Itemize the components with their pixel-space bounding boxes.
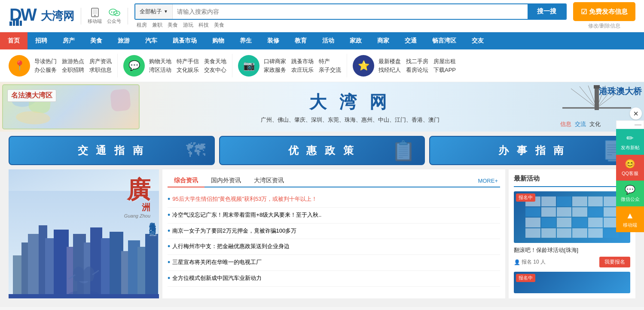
nav-item-friends[interactable]: 交友 [464,32,491,49]
quick-btn-guide[interactable]: 办 事 指 南 📑 [429,136,635,165]
banner-subtitle: 广州、佛山、肇庆、深圳、东莞、珠海、惠州、中山、江门、香港、澳门 [150,116,549,124]
cat-link-special-product[interactable]: 特产 [319,58,341,65]
banner-tag-info[interactable]: 信息 [560,120,571,128]
camera-icon: 📷 [243,60,255,71]
tab-comprehensive[interactable]: 综合资讯 [168,175,204,187]
quick-btn-traffic[interactable]: 交 通 指 南 🗺 [9,136,215,165]
news-item-4[interactable]: • 人行梅州市中支：把金融优惠政策送到企业身边 [168,239,500,255]
bullet-1: • [168,195,170,204]
nav-item-edu[interactable]: 教育 [287,32,314,49]
cat-link-domestic-service[interactable]: 家政服务 [264,66,286,74]
register-btn-1[interactable]: 我要报名 [599,257,630,267]
nav-item-activity[interactable]: 活动 [314,32,342,49]
cat-icon-star[interactable]: ⭐ [353,55,374,77]
cat-link-farm[interactable]: 农庄玩乐 [291,66,314,74]
modify-info-link[interactable]: 修改/删除信息 [588,22,620,30]
cat-link-food-world[interactable]: 美食天地 [204,58,226,65]
cat-link-flea-market[interactable]: 跳蚤市场 [291,58,314,65]
mobile-label: 移动端 [88,18,102,25]
hot-tag-6[interactable]: 美食 [214,21,224,29]
nav-item-flea[interactable]: 跳蚤市场 [165,32,204,49]
cat-links-2: 购物天地 特产手信 美食天地 湾区活动 文化娱乐 交友中心 [149,58,226,74]
hot-tag-5[interactable]: 科技 [198,21,209,29]
cat-link-culture[interactable]: 文化娱乐 [177,66,199,74]
cat-link-office[interactable]: 办公服务 [34,66,57,74]
nav-item-traffic[interactable]: 交通 [397,32,424,49]
float-mobile-btn[interactable]: ▲ 移动端 [616,206,644,232]
hot-tag-3[interactable]: 美食 [168,21,178,29]
nav-item-health[interactable]: 养生 [232,32,259,49]
svg-point-11 [111,11,112,12]
floating-minimize[interactable]: — [616,120,644,129]
floating-close-btn[interactable]: × [630,107,642,120]
float-qq-btn[interactable]: 😊 QQ客服 [616,155,644,181]
activity-img-grid [525,196,619,238]
nav-item-shopping[interactable]: 购物 [204,32,232,49]
cat-link-agent[interactable]: 找经纪人 [378,66,401,74]
cat-link-new-building[interactable]: 最新楼盘 [378,58,401,65]
news-item-1[interactable]: • 95后大学生情侣拍"黄色视频"获利53万，或被判十年以上！ [168,192,500,208]
search-button[interactable]: 搜一搜 [528,4,566,19]
news-item-2[interactable]: • 冷空气没忘记广东！周末带着雷雨+8级大风要来！至于入秋.. [168,208,500,224]
cat-link-merchant-review[interactable]: 口碑商家 [264,58,286,65]
cat-link-secondhand[interactable]: 找二手房 [406,58,428,65]
banner-tag-exchange[interactable]: 交流 [575,120,586,128]
float-wechat-btn[interactable]: 💬 微信公众 [616,181,644,206]
cat-link-job[interactable]: 求职信息 [89,66,112,74]
cat-link-kids[interactable]: 亲子交流 [319,66,341,74]
nav-item-car[interactable]: 汽车 [137,32,165,49]
cat-link-specialty[interactable]: 特产手信 [177,58,199,65]
cat-link-app[interactable]: 下载APP [433,66,456,74]
activity-name-1[interactable]: 翻滚吧！保龄球活动[珠海] [514,246,630,254]
category-bar: 📍 导读热门 旅游热点 房产资讯 办公服务 全职招聘 求职信息 💬 购物天地 特… [0,49,644,82]
nav-item-decor[interactable]: 装修 [259,32,287,49]
banner-tag-culture[interactable]: 文化 [589,120,601,128]
tab-bay-area[interactable]: 大湾区资讯 [247,175,290,187]
cat-link-hot[interactable]: 导读热门 [34,58,57,65]
cat-icon-location[interactable]: 📍 [9,55,30,77]
news-item-6[interactable]: • 全方位模式创新成中国汽车业新动力 [168,271,500,287]
cat-link-house-forum[interactable]: 看房论坛 [406,66,428,74]
nav-item-merchant[interactable]: 商家 [369,32,397,49]
cat-link-fulltime[interactable]: 全职招聘 [62,66,84,74]
search-category-selector[interactable]: 全部帖子 ▼ [135,4,173,19]
person-icon-1: 👤 [514,259,520,265]
news-more-link[interactable]: MORE+ [476,175,500,186]
cat-link-travel-hot[interactable]: 旅游热点 [62,58,84,65]
cat-link-shopping[interactable]: 购物天地 [149,58,171,65]
search-input[interactable] [173,4,528,19]
hot-tag-1[interactable]: 租房 [137,21,147,29]
cat-link-house-info[interactable]: 房产资讯 [89,58,112,65]
tab-domestic[interactable]: 国内外资讯 [204,175,247,187]
policy-quick-icon: 📋 [391,139,415,162]
nav-item-travel[interactable]: 旅游 [110,32,137,49]
wechat-icon-item[interactable]: 公众号 [107,8,121,25]
logo[interactable]: D W 大湾网 [9,4,74,28]
hot-tag-4[interactable]: 游玩 [183,21,193,29]
free-post-button[interactable]: ☑ 免费发布信息 [573,2,635,21]
news-item-5[interactable]: • 三星宣布将关闭在华唯一的电视工厂 [168,255,500,271]
activity-item-1: 报名中 翻滚吧！保龄球活动[珠海] 👤 报名 10 人 我要报名 [514,191,630,267]
cat-icon-chat[interactable]: 💬 [123,55,145,77]
nav-item-recruit[interactable]: 招聘 [27,32,55,49]
nav-item-domestic[interactable]: 家政 [342,32,369,49]
nav-item-house[interactable]: 房产 [55,32,82,49]
cat-link-rent[interactable]: 房屋出租 [433,58,456,65]
mobile-icon-item[interactable]: 移动端 [88,8,102,25]
cat-link-friends-center[interactable]: 交友中心 [204,66,226,74]
nav-item-talk[interactable]: 畅言湾区 [424,32,464,49]
nav-item-food[interactable]: 美食 [82,32,110,49]
cat-link-bay-activity[interactable]: 湾区活动 [149,66,171,74]
hot-tag-2[interactable]: 兼职 [152,21,162,29]
quick-btn-policy[interactable]: 优 惠 政 策 📋 [219,136,425,165]
news-text-3: 南京一女子为了要回2万元押金，竟被诈骗100多万 [172,227,296,236]
svg-text:W: W [21,5,37,24]
nav-item-home[interactable]: 首页 [0,32,27,49]
svg-rect-4 [13,20,15,26]
cat-icon-camera[interactable]: 📷 [238,55,259,77]
statue-placeholder [62,247,105,298]
activity-meta-1: 👤 报名 10 人 我要报名 [514,257,630,267]
float-post-btn[interactable]: ✏ 发布新帖 [616,129,644,155]
guide-label: 办 事 指 南 [498,144,566,157]
news-item-3[interactable]: • 南京一女子为了要回2万元押金，竟被诈骗100多万 [168,224,500,239]
